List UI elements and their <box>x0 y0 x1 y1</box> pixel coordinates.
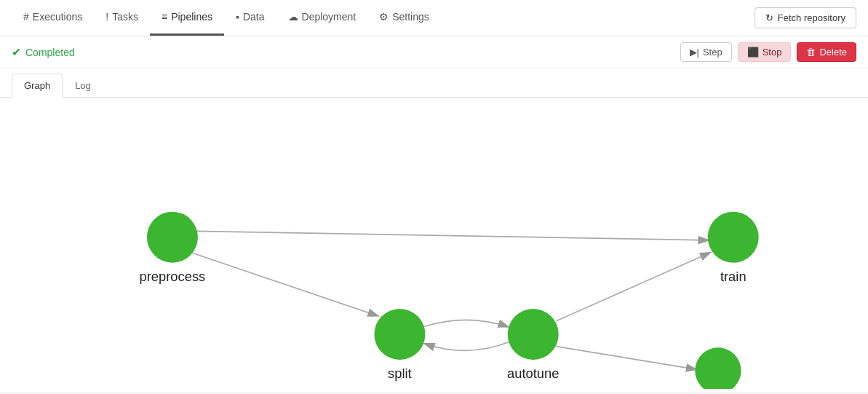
pipeline-svg: preprocess split autotune train test <box>0 98 868 389</box>
step-label: Step <box>703 47 722 58</box>
node-train[interactable] <box>708 212 759 263</box>
fetch-repository-label: Fetch repository <box>778 12 845 23</box>
nav-tasks-label: Tasks <box>112 11 138 23</box>
settings-icon: ⚙ <box>379 11 389 23</box>
check-icon: ✔ <box>12 45 21 59</box>
stop-button[interactable]: ⬛ Stop <box>738 42 792 62</box>
tab-graph-label: Graph <box>24 80 50 91</box>
top-nav: # Executions ! Tasks ≡ Pipelines ▪ Data … <box>0 0 868 36</box>
nav-executions[interactable]: # Executions <box>12 0 94 36</box>
stop-icon: ⬛ <box>747 47 759 58</box>
nav-settings-label: Settings <box>392 11 429 23</box>
graph-area: preprocess split autotune train test <box>0 98 868 392</box>
tab-log-label: Log <box>75 80 91 91</box>
status-label: Completed <box>25 47 75 58</box>
nav-data-label: Data <box>243 11 265 23</box>
edge-preprocess-split <box>191 253 378 317</box>
edge-autotune-split <box>424 342 510 350</box>
edge-autotune-test <box>556 347 696 370</box>
edge-preprocess-train <box>196 231 709 240</box>
tab-log[interactable]: Log <box>63 74 103 98</box>
data-icon: ▪ <box>236 11 239 23</box>
step-icon: ▶| <box>690 47 699 58</box>
node-preprocess-label: preprocess <box>140 269 206 284</box>
node-autotune-label: autotune <box>507 366 559 381</box>
node-split[interactable] <box>374 309 425 360</box>
fetch-repository-button[interactable]: ↻ Fetch repository <box>754 7 856 28</box>
nav-deployment[interactable]: ☁ Deployment <box>276 0 368 36</box>
tasks-icon: ! <box>105 11 108 23</box>
refresh-icon: ↻ <box>765 12 773 23</box>
delete-label: Delete <box>819 47 847 58</box>
nav-data[interactable]: ▪ Data <box>224 0 276 36</box>
node-preprocess[interactable] <box>147 212 198 263</box>
status-bar: ✔ Completed ▶| Step ⬛ Stop 🗑 Delete <box>0 36 868 68</box>
executions-icon: # <box>23 11 29 23</box>
tab-bar: Graph Log <box>0 68 868 98</box>
nav-deployment-label: Deployment <box>302 11 357 23</box>
nav-pipelines-label: Pipelines <box>171 11 212 23</box>
stop-label: Stop <box>763 47 782 58</box>
trash-icon: 🗑 <box>806 47 816 58</box>
nav-settings[interactable]: ⚙ Settings <box>367 0 441 36</box>
action-buttons: ▶| Step ⬛ Stop 🗑 Delete <box>680 42 856 62</box>
tab-graph[interactable]: Graph <box>12 74 63 98</box>
node-train-label: train <box>720 269 746 284</box>
nav-tasks[interactable]: ! Tasks <box>94 0 150 36</box>
node-split-label: split <box>388 366 412 381</box>
node-test[interactable] <box>695 347 741 389</box>
status-completed: ✔ Completed <box>12 45 75 59</box>
nav-pipelines[interactable]: ≡ Pipelines <box>150 0 224 36</box>
deployment-icon: ☁ <box>288 11 298 23</box>
edge-autotune-train <box>556 253 711 321</box>
delete-button[interactable]: 🗑 Delete <box>797 42 856 62</box>
step-button[interactable]: ▶| Step <box>680 42 732 62</box>
node-autotune[interactable] <box>508 309 559 360</box>
nav-executions-label: Executions <box>33 11 82 23</box>
edge-split-autotune <box>423 320 509 327</box>
pipelines-icon: ≡ <box>162 11 167 23</box>
